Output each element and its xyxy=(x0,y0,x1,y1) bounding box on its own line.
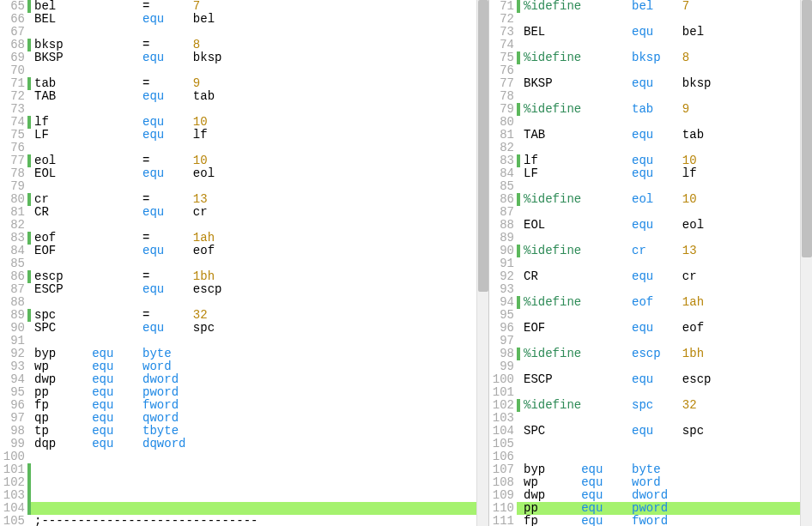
code-line[interactable]: 95 xyxy=(489,309,812,322)
code-line[interactable]: 66BEL equ bel xyxy=(0,13,488,26)
code-line[interactable]: 78 xyxy=(489,90,812,103)
line-content: %idefine cr 13 xyxy=(520,245,812,257)
code-line[interactable]: 94dwp equ dword xyxy=(0,373,488,386)
code-line[interactable]: 102 xyxy=(0,476,488,489)
code-line[interactable]: 106 xyxy=(489,450,812,463)
code-line[interactable]: 65bel = 7 xyxy=(0,0,488,13)
token-ident: LF xyxy=(524,166,632,180)
code-line[interactable]: 80cr = 13 xyxy=(0,193,488,206)
code-line[interactable]: 100 xyxy=(0,450,488,463)
code-line[interactable]: 104 xyxy=(0,502,488,515)
code-line[interactable]: 88EOL equ eol xyxy=(489,219,812,232)
code-line[interactable]: 79 xyxy=(0,180,488,193)
scrollthumb-right[interactable] xyxy=(802,0,812,257)
line-number: 105 xyxy=(489,438,517,450)
code-line[interactable]: 91 xyxy=(489,257,812,270)
code-line[interactable]: 104SPC equ spc xyxy=(489,425,812,438)
code-line[interactable]: 98%idefine escp 1bh xyxy=(489,348,812,360)
code-line[interactable]: 96EOF equ eof xyxy=(489,322,812,335)
code-line[interactable]: 73 xyxy=(0,103,488,116)
scrollthumb-left[interactable] xyxy=(478,0,488,292)
token-ident: escp xyxy=(653,372,711,386)
code-line[interactable]: 76 xyxy=(489,64,812,77)
code-line[interactable]: 79%idefine tab 9 xyxy=(489,103,812,116)
code-line[interactable]: 92byp equ byte xyxy=(0,348,488,360)
code-line[interactable]: 81TAB equ tab xyxy=(489,129,812,142)
code-line[interactable]: 73BEL equ bel xyxy=(489,26,812,39)
code-line[interactable]: 94%idefine eof 1ah xyxy=(489,296,812,309)
code-line[interactable]: 99dqp equ dqword xyxy=(0,438,488,450)
code-line[interactable]: 81CR equ cr xyxy=(0,206,488,219)
code-line[interactable]: 78EOL equ eol xyxy=(0,167,488,180)
code-line[interactable]: 97qp equ qword xyxy=(0,412,488,425)
code-line[interactable]: 96fp equ fword xyxy=(0,399,488,412)
code-line[interactable]: 86escp = 1bh xyxy=(0,270,488,283)
code-line[interactable]: 77BKSP equ bksp xyxy=(489,77,812,90)
scrollbar-left[interactable] xyxy=(476,0,488,526)
code-line[interactable]: 101 xyxy=(489,386,812,399)
token-ident: ;------------------------------ xyxy=(34,514,258,526)
code-line[interactable]: 67 xyxy=(0,26,488,39)
code-line[interactable]: 75LF equ lf xyxy=(0,129,488,142)
code-line[interactable]: 72 xyxy=(489,13,812,26)
code-line[interactable]: 82 xyxy=(0,219,488,232)
code-line[interactable]: 71%idefine bel 7 xyxy=(489,0,812,13)
token-ident xyxy=(113,360,142,373)
code-line[interactable]: 85 xyxy=(0,257,488,270)
code-line[interactable]: 108wp equ word xyxy=(489,476,812,489)
code-line[interactable]: 92CR equ cr xyxy=(489,270,812,283)
code-line[interactable]: 91 xyxy=(0,335,488,348)
code-line[interactable]: 75%idefine bksp 8 xyxy=(489,51,812,64)
code-line[interactable]: 111fp equ fword xyxy=(489,515,812,526)
code-line[interactable]: 83eof = 1ah xyxy=(0,232,488,245)
token-kw-equ: equ xyxy=(581,488,603,502)
code-line[interactable]: 69BKSP equ bksp xyxy=(0,51,488,64)
code-line[interactable]: 89spc = 32 xyxy=(0,309,488,322)
code-line[interactable]: 103 xyxy=(489,412,812,425)
line-number: 82 xyxy=(0,219,27,232)
code-line[interactable]: 71tab = 9 xyxy=(0,77,488,90)
code-line[interactable]: 87ESCP equ escp xyxy=(0,283,488,296)
line-number: 82 xyxy=(489,142,517,154)
code-line[interactable]: 88 xyxy=(0,296,488,309)
code-line[interactable]: 77eol = 10 xyxy=(0,154,488,167)
code-line[interactable]: 83lf equ 10 xyxy=(489,154,812,167)
code-line[interactable]: 87 xyxy=(489,206,812,219)
code-line[interactable]: 93 xyxy=(489,283,812,296)
token-kw-type: fword xyxy=(632,514,668,526)
left-editor[interactable]: 65bel = 766BEL equ bel6768bksp = 869BKSP… xyxy=(0,0,488,526)
code-line[interactable]: 89 xyxy=(489,232,812,245)
code-line[interactable]: 90%idefine cr 13 xyxy=(489,245,812,257)
code-line[interactable]: 68bksp = 8 xyxy=(0,39,488,51)
token-kw-idef: %idefine xyxy=(524,51,581,64)
code-line[interactable]: 82 xyxy=(489,142,812,154)
code-line[interactable]: 72TAB equ tab xyxy=(0,90,488,103)
code-line[interactable]: 107byp equ byte xyxy=(489,463,812,476)
code-line[interactable]: 85 xyxy=(489,180,812,193)
code-line[interactable]: 93wp equ word xyxy=(0,360,488,373)
code-line[interactable]: 90SPC equ spc xyxy=(0,322,488,335)
code-line[interactable]: 76 xyxy=(0,142,488,154)
code-line[interactable]: 103 xyxy=(0,489,488,502)
code-line[interactable]: 98tp equ tbyte xyxy=(0,425,488,438)
code-line[interactable]: 100ESCP equ escp xyxy=(489,373,812,386)
code-line[interactable]: 110pp equ pword xyxy=(489,502,812,515)
code-line[interactable]: 80 xyxy=(489,116,812,129)
code-line[interactable]: 101 xyxy=(0,463,488,476)
code-line[interactable]: 70 xyxy=(0,64,488,77)
code-line[interactable]: 86%idefine eol 10 xyxy=(489,193,812,206)
scrollbar-right[interactable] xyxy=(800,0,812,526)
code-line[interactable]: 84EOF equ eof xyxy=(0,245,488,257)
code-line[interactable]: 74lf equ 10 xyxy=(0,116,488,129)
code-line[interactable]: 74 xyxy=(489,39,812,51)
code-line[interactable]: 84LF equ lf xyxy=(489,167,812,180)
code-line[interactable]: 97 xyxy=(489,335,812,348)
code-line[interactable]: 109dwp equ dword xyxy=(489,489,812,502)
code-line[interactable]: 99 xyxy=(489,360,812,373)
code-line[interactable]: 102%idefine spc 32 xyxy=(489,399,812,412)
token-kw-equ: equ xyxy=(92,372,113,386)
code-line[interactable]: 105 xyxy=(489,438,812,450)
code-line[interactable]: 105;------------------------------ xyxy=(0,515,488,526)
right-editor[interactable]: 71%idefine bel 77273BEL equ bel7475%idef… xyxy=(489,0,812,526)
code-line[interactable]: 95pp equ pword xyxy=(0,386,488,399)
